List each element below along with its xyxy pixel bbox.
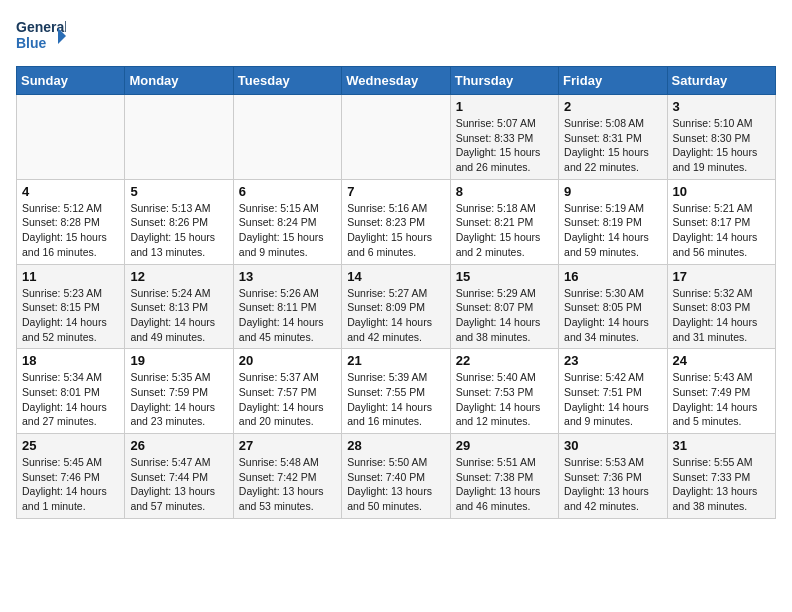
day-cell-17: 17Sunrise: 5:32 AMSunset: 8:03 PMDayligh… [667,264,775,349]
day-number: 25 [22,438,119,453]
day-info: Sunrise: 5:07 AMSunset: 8:33 PMDaylight:… [456,116,553,175]
week-row-5: 25Sunrise: 5:45 AMSunset: 7:46 PMDayligh… [17,434,776,519]
day-number: 31 [673,438,770,453]
day-number: 4 [22,184,119,199]
day-number: 16 [564,269,661,284]
day-number: 11 [22,269,119,284]
day-cell-7: 7Sunrise: 5:16 AMSunset: 8:23 PMDaylight… [342,179,450,264]
day-number: 14 [347,269,444,284]
day-number: 5 [130,184,227,199]
day-cell-22: 22Sunrise: 5:40 AMSunset: 7:53 PMDayligh… [450,349,558,434]
day-info: Sunrise: 5:18 AMSunset: 8:21 PMDaylight:… [456,201,553,260]
day-info: Sunrise: 5:47 AMSunset: 7:44 PMDaylight:… [130,455,227,514]
day-cell-13: 13Sunrise: 5:26 AMSunset: 8:11 PMDayligh… [233,264,341,349]
day-cell-23: 23Sunrise: 5:42 AMSunset: 7:51 PMDayligh… [559,349,667,434]
day-number: 15 [456,269,553,284]
day-info: Sunrise: 5:53 AMSunset: 7:36 PMDaylight:… [564,455,661,514]
day-cell-28: 28Sunrise: 5:50 AMSunset: 7:40 PMDayligh… [342,434,450,519]
day-info: Sunrise: 5:34 AMSunset: 8:01 PMDaylight:… [22,370,119,429]
day-cell-14: 14Sunrise: 5:27 AMSunset: 8:09 PMDayligh… [342,264,450,349]
day-info: Sunrise: 5:27 AMSunset: 8:09 PMDaylight:… [347,286,444,345]
day-header-monday: Monday [125,67,233,95]
day-cell-18: 18Sunrise: 5:34 AMSunset: 8:01 PMDayligh… [17,349,125,434]
week-row-4: 18Sunrise: 5:34 AMSunset: 8:01 PMDayligh… [17,349,776,434]
day-number: 2 [564,99,661,114]
day-number: 24 [673,353,770,368]
logo[interactable]: General Blue [16,16,66,58]
logo-svg: General Blue [16,16,66,58]
day-info: Sunrise: 5:24 AMSunset: 8:13 PMDaylight:… [130,286,227,345]
day-info: Sunrise: 5:13 AMSunset: 8:26 PMDaylight:… [130,201,227,260]
day-number: 17 [673,269,770,284]
day-cell-29: 29Sunrise: 5:51 AMSunset: 7:38 PMDayligh… [450,434,558,519]
day-info: Sunrise: 5:21 AMSunset: 8:17 PMDaylight:… [673,201,770,260]
day-info: Sunrise: 5:37 AMSunset: 7:57 PMDaylight:… [239,370,336,429]
day-cell-10: 10Sunrise: 5:21 AMSunset: 8:17 PMDayligh… [667,179,775,264]
day-info: Sunrise: 5:55 AMSunset: 7:33 PMDaylight:… [673,455,770,514]
day-cell-24: 24Sunrise: 5:43 AMSunset: 7:49 PMDayligh… [667,349,775,434]
day-info: Sunrise: 5:19 AMSunset: 8:19 PMDaylight:… [564,201,661,260]
day-info: Sunrise: 5:12 AMSunset: 8:28 PMDaylight:… [22,201,119,260]
day-cell-27: 27Sunrise: 5:48 AMSunset: 7:42 PMDayligh… [233,434,341,519]
day-info: Sunrise: 5:32 AMSunset: 8:03 PMDaylight:… [673,286,770,345]
day-cell-empty [125,95,233,180]
day-cell-6: 6Sunrise: 5:15 AMSunset: 8:24 PMDaylight… [233,179,341,264]
week-row-2: 4Sunrise: 5:12 AMSunset: 8:28 PMDaylight… [17,179,776,264]
day-number: 28 [347,438,444,453]
day-info: Sunrise: 5:08 AMSunset: 8:31 PMDaylight:… [564,116,661,175]
day-info: Sunrise: 5:51 AMSunset: 7:38 PMDaylight:… [456,455,553,514]
day-number: 7 [347,184,444,199]
day-header-friday: Friday [559,67,667,95]
day-number: 30 [564,438,661,453]
day-cell-15: 15Sunrise: 5:29 AMSunset: 8:07 PMDayligh… [450,264,558,349]
day-info: Sunrise: 5:40 AMSunset: 7:53 PMDaylight:… [456,370,553,429]
day-cell-31: 31Sunrise: 5:55 AMSunset: 7:33 PMDayligh… [667,434,775,519]
day-number: 18 [22,353,119,368]
day-info: Sunrise: 5:43 AMSunset: 7:49 PMDaylight:… [673,370,770,429]
day-header-tuesday: Tuesday [233,67,341,95]
day-cell-empty [17,95,125,180]
day-cell-1: 1Sunrise: 5:07 AMSunset: 8:33 PMDaylight… [450,95,558,180]
day-cell-3: 3Sunrise: 5:10 AMSunset: 8:30 PMDaylight… [667,95,775,180]
day-info: Sunrise: 5:30 AMSunset: 8:05 PMDaylight:… [564,286,661,345]
day-cell-25: 25Sunrise: 5:45 AMSunset: 7:46 PMDayligh… [17,434,125,519]
calendar-table: SundayMondayTuesdayWednesdayThursdayFrid… [16,66,776,519]
day-number: 9 [564,184,661,199]
day-cell-9: 9Sunrise: 5:19 AMSunset: 8:19 PMDaylight… [559,179,667,264]
day-number: 12 [130,269,227,284]
day-number: 27 [239,438,336,453]
day-number: 1 [456,99,553,114]
day-number: 20 [239,353,336,368]
day-header-saturday: Saturday [667,67,775,95]
day-number: 29 [456,438,553,453]
day-number: 6 [239,184,336,199]
day-cell-26: 26Sunrise: 5:47 AMSunset: 7:44 PMDayligh… [125,434,233,519]
day-info: Sunrise: 5:45 AMSunset: 7:46 PMDaylight:… [22,455,119,514]
day-info: Sunrise: 5:50 AMSunset: 7:40 PMDaylight:… [347,455,444,514]
day-number: 10 [673,184,770,199]
day-cell-19: 19Sunrise: 5:35 AMSunset: 7:59 PMDayligh… [125,349,233,434]
day-cell-12: 12Sunrise: 5:24 AMSunset: 8:13 PMDayligh… [125,264,233,349]
day-number: 23 [564,353,661,368]
day-info: Sunrise: 5:10 AMSunset: 8:30 PMDaylight:… [673,116,770,175]
day-number: 13 [239,269,336,284]
week-row-1: 1Sunrise: 5:07 AMSunset: 8:33 PMDaylight… [17,95,776,180]
day-number: 26 [130,438,227,453]
day-info: Sunrise: 5:35 AMSunset: 7:59 PMDaylight:… [130,370,227,429]
day-cell-21: 21Sunrise: 5:39 AMSunset: 7:55 PMDayligh… [342,349,450,434]
day-info: Sunrise: 5:48 AMSunset: 7:42 PMDaylight:… [239,455,336,514]
day-info: Sunrise: 5:39 AMSunset: 7:55 PMDaylight:… [347,370,444,429]
day-number: 8 [456,184,553,199]
day-headers-row: SundayMondayTuesdayWednesdayThursdayFrid… [17,67,776,95]
day-header-thursday: Thursday [450,67,558,95]
day-cell-4: 4Sunrise: 5:12 AMSunset: 8:28 PMDaylight… [17,179,125,264]
day-cell-empty [342,95,450,180]
page-header: General Blue [16,16,776,58]
day-info: Sunrise: 5:23 AMSunset: 8:15 PMDaylight:… [22,286,119,345]
day-cell-20: 20Sunrise: 5:37 AMSunset: 7:57 PMDayligh… [233,349,341,434]
week-row-3: 11Sunrise: 5:23 AMSunset: 8:15 PMDayligh… [17,264,776,349]
day-info: Sunrise: 5:42 AMSunset: 7:51 PMDaylight:… [564,370,661,429]
day-cell-16: 16Sunrise: 5:30 AMSunset: 8:05 PMDayligh… [559,264,667,349]
day-cell-11: 11Sunrise: 5:23 AMSunset: 8:15 PMDayligh… [17,264,125,349]
day-number: 19 [130,353,227,368]
